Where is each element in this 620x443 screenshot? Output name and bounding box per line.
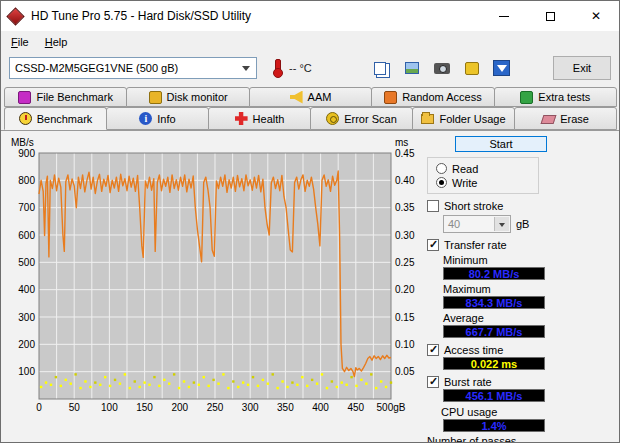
svg-text:500: 500 bbox=[18, 257, 35, 268]
chevron-down-icon bbox=[242, 66, 250, 71]
svg-text:0.15: 0.15 bbox=[395, 312, 415, 323]
short-stroke-checkbox[interactable] bbox=[427, 200, 439, 212]
svg-text:250: 250 bbox=[207, 402, 224, 413]
cpu-usage-label: CPU usage bbox=[441, 406, 617, 418]
copy-image-button[interactable] bbox=[400, 57, 424, 79]
svg-text:100: 100 bbox=[101, 402, 118, 413]
svg-text:ms: ms bbox=[395, 137, 408, 148]
tab-row-secondary: File BenchmarkDisk monitorAAMRandom Acce… bbox=[1, 87, 619, 107]
toolbar-icons bbox=[370, 57, 514, 79]
svg-text:300: 300 bbox=[18, 312, 35, 323]
access-time-value: 0.022 ms bbox=[443, 357, 545, 370]
window-title: HD Tune Pro 5.75 - Hard Disk/SSD Utility bbox=[31, 9, 251, 23]
temperature-value: -- °C bbox=[289, 62, 312, 74]
svg-text:300: 300 bbox=[242, 402, 259, 413]
error-scan-icon bbox=[326, 112, 339, 125]
drive-select-value: CSSD-M2M5GEG1VNE (500 gB) bbox=[15, 62, 178, 74]
access-time-row[interactable]: Access time bbox=[427, 344, 617, 356]
tab-info[interactable]: Info bbox=[106, 107, 209, 130]
maximize-icon bbox=[546, 12, 555, 21]
file-benchmark-icon bbox=[18, 91, 31, 104]
exit-button[interactable]: Exit bbox=[553, 56, 611, 80]
svg-text:MB/s: MB/s bbox=[11, 137, 34, 148]
access-time-label: Access time bbox=[444, 344, 503, 356]
tab-aam[interactable]: AAM bbox=[249, 87, 372, 107]
svg-text:400: 400 bbox=[18, 284, 35, 295]
paint-icon bbox=[465, 62, 479, 75]
disk-monitor-icon bbox=[149, 91, 162, 104]
minimize-icon bbox=[499, 16, 509, 17]
burst-rate-row[interactable]: Burst rate bbox=[427, 376, 617, 388]
svg-text:0.35: 0.35 bbox=[395, 202, 415, 213]
drive-select[interactable]: CSSD-M2M5GEG1VNE (500 gB) bbox=[9, 57, 257, 79]
maximum-value: 834.3 MB/s bbox=[443, 296, 545, 309]
short-stroke-size-select[interactable]: 40 bbox=[443, 215, 511, 233]
copy-info-button[interactable] bbox=[370, 57, 394, 79]
transfer-rate-row[interactable]: Transfer rate bbox=[427, 239, 617, 251]
extra-tests-icon bbox=[520, 91, 533, 104]
svg-text:150: 150 bbox=[136, 402, 153, 413]
read-radio-row[interactable]: Read bbox=[436, 162, 538, 175]
average-value: 667.7 MB/s bbox=[443, 325, 545, 338]
tab-label: Info bbox=[157, 113, 175, 125]
transfer-rate-label: Transfer rate bbox=[444, 239, 507, 251]
menu-file[interactable]: File bbox=[3, 33, 37, 51]
tab-label: Erase bbox=[560, 113, 589, 125]
svg-text:350: 350 bbox=[277, 402, 294, 413]
write-label: Write bbox=[452, 177, 477, 189]
titlebar: HD Tune Pro 5.75 - Hard Disk/SSD Utility… bbox=[1, 1, 619, 31]
burst-rate-value: 456.1 MB/s bbox=[443, 389, 545, 402]
tab-erase[interactable]: Erase bbox=[514, 107, 617, 130]
toolbar: CSSD-M2M5GEG1VNE (500 gB) -- °C Exit bbox=[1, 52, 619, 84]
average-label: Average bbox=[443, 312, 617, 324]
svg-text:800: 800 bbox=[18, 175, 35, 186]
screenshot-button[interactable] bbox=[430, 57, 454, 79]
access-time-checkbox[interactable] bbox=[427, 344, 439, 356]
write-radio-row[interactable]: Write bbox=[436, 176, 538, 189]
tab-benchmark[interactable]: Benchmark bbox=[4, 107, 107, 130]
svg-text:0.25: 0.25 bbox=[395, 257, 415, 268]
minimize-button[interactable] bbox=[481, 1, 527, 31]
svg-text:600: 600 bbox=[18, 230, 35, 241]
svg-text:400: 400 bbox=[312, 402, 329, 413]
tab-health[interactable]: Health bbox=[208, 107, 311, 130]
benchmark-chart: MB/sms1002003004005006007008009000.050.1… bbox=[5, 133, 417, 435]
tab-error-scan[interactable]: Error Scan bbox=[310, 107, 413, 130]
capture-options-button[interactable] bbox=[460, 57, 484, 79]
close-button[interactable]: ✕ bbox=[573, 1, 619, 31]
copy-pages-icon bbox=[374, 62, 386, 75]
menu-help[interactable]: Help bbox=[37, 33, 76, 51]
benchmark-content: MB/sms1002003004005006007008009000.050.1… bbox=[1, 130, 619, 442]
write-radio[interactable] bbox=[436, 177, 447, 188]
maximize-button[interactable] bbox=[527, 1, 573, 31]
tab-file-benchmark[interactable]: File Benchmark bbox=[4, 87, 127, 107]
tab-label: Random Access bbox=[402, 91, 481, 103]
random-access-icon bbox=[384, 91, 397, 104]
tab-row-primary: BenchmarkInfoHealthError ScanFolder Usag… bbox=[1, 107, 619, 130]
read-radio[interactable] bbox=[436, 163, 447, 174]
svg-text:700: 700 bbox=[18, 202, 35, 213]
minimum-label: Minimum bbox=[443, 254, 617, 266]
save-button[interactable] bbox=[490, 57, 514, 79]
aam-icon bbox=[290, 91, 303, 104]
tab-disk-monitor[interactable]: Disk monitor bbox=[126, 87, 249, 107]
folder-usage-icon bbox=[421, 114, 434, 124]
svg-text:200: 200 bbox=[171, 402, 188, 413]
start-button[interactable]: Start bbox=[455, 136, 547, 152]
burst-rate-checkbox[interactable] bbox=[427, 376, 439, 388]
tab-label: Benchmark bbox=[37, 113, 93, 125]
tab-label: Folder Usage bbox=[439, 113, 505, 125]
tab-folder-usage[interactable]: Folder Usage bbox=[412, 107, 515, 130]
tab-random-access[interactable]: Random Access bbox=[371, 87, 494, 107]
cpu-usage-value: 1.4% bbox=[443, 419, 545, 432]
tab-label: Extra tests bbox=[538, 91, 590, 103]
svg-text:0.10: 0.10 bbox=[395, 339, 415, 350]
transfer-rate-checkbox[interactable] bbox=[427, 239, 439, 251]
short-stroke-size-row: 40 gB bbox=[443, 215, 617, 233]
camera-icon bbox=[434, 63, 450, 74]
tab-label: File Benchmark bbox=[36, 91, 112, 103]
minimum-value: 80.2 MB/s bbox=[443, 267, 545, 280]
tab-extra-tests[interactable]: Extra tests bbox=[494, 87, 617, 107]
passes-label: Number of passes bbox=[427, 435, 617, 443]
short-stroke-row[interactable]: Short stroke bbox=[427, 200, 617, 212]
